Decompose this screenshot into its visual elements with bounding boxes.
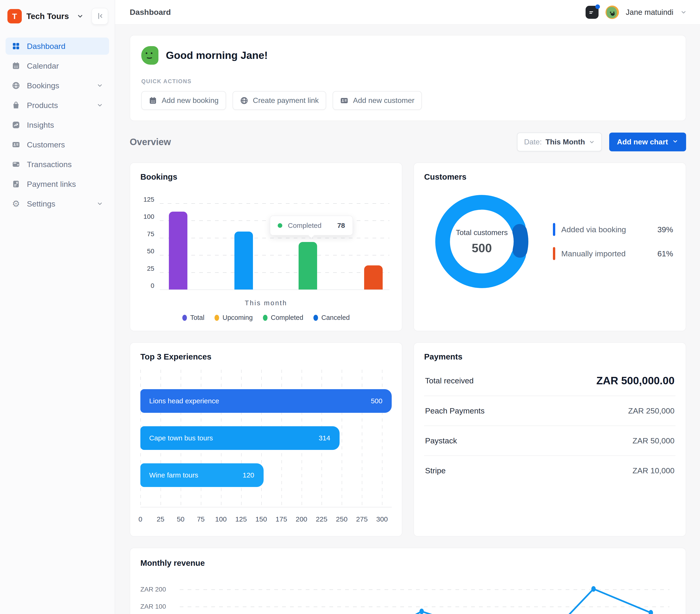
x-axis-tick-label: 200 bbox=[296, 515, 307, 523]
sidebar-nav: DashboardCalendarBookingsProductsInsight… bbox=[5, 38, 109, 212]
wallet-icon bbox=[12, 160, 21, 169]
chevron-down-icon bbox=[589, 139, 595, 145]
notifications-button[interactable] bbox=[586, 6, 599, 19]
y-axis-tick-label: 75 bbox=[140, 230, 154, 238]
idcard-icon bbox=[12, 140, 21, 149]
sidebar-item-label: Products bbox=[27, 101, 58, 110]
sidebar-item-label: Transactions bbox=[27, 160, 72, 169]
chevron-down-icon bbox=[672, 138, 678, 146]
sidebar-collapse-button[interactable] bbox=[91, 8, 108, 25]
bookings-bar-total[interactable] bbox=[169, 212, 187, 290]
payment-label: Paystack bbox=[425, 436, 457, 445]
x-axis-tick-label: 75 bbox=[197, 515, 204, 523]
globe-icon bbox=[240, 96, 248, 105]
overview-title: Overview bbox=[130, 137, 171, 147]
add-new-chart-button[interactable]: Add new chart bbox=[609, 133, 686, 151]
legend-item-completed: Completed bbox=[263, 314, 303, 321]
quick-actions: Add new bookingCreate payment linkAdd ne… bbox=[141, 91, 675, 110]
payment-value: ZAR 500,000.00 bbox=[596, 374, 675, 387]
x-axis-tick-label: 225 bbox=[316, 515, 327, 523]
y-axis-tick-label: ZAR 100 bbox=[140, 603, 173, 610]
create-payment-link-button[interactable]: Create payment link bbox=[233, 91, 326, 110]
x-axis-tick-label: 150 bbox=[255, 515, 267, 523]
quick-action-label: Add new booking bbox=[162, 96, 218, 105]
customers-donut-chart: Total customers 500 bbox=[427, 187, 536, 296]
donut-center-label: Total customers bbox=[456, 228, 508, 237]
sidebar-item-bookings[interactable]: Bookings bbox=[5, 77, 109, 94]
bookings-legend: TotalUpcomingCompletedCanceled bbox=[140, 314, 392, 321]
experience-label: Wine farm tours bbox=[149, 471, 198, 479]
experience-label: Lions head experience bbox=[149, 397, 219, 405]
payment-row-stripe: StripeZAR 10,000 bbox=[424, 456, 675, 486]
sidebar-item-transactions[interactable]: Transactions bbox=[5, 156, 109, 173]
sidebar-item-calendar[interactable]: Calendar bbox=[5, 57, 109, 74]
bookings-bar-completed[interactable] bbox=[299, 242, 317, 290]
date-filter-select[interactable]: Date: This Month bbox=[517, 133, 602, 151]
topbar: Dashboard Jane matuindi bbox=[115, 0, 700, 25]
quick-action-label: Create payment link bbox=[253, 96, 319, 105]
legend-value: 61% bbox=[658, 249, 673, 258]
x-axis-tick-label: 125 bbox=[235, 515, 247, 523]
add-new-chart-label: Add new chart bbox=[617, 138, 668, 146]
sidebar-item-payment-links[interactable]: Payment links bbox=[5, 175, 109, 193]
avatar[interactable] bbox=[605, 5, 619, 19]
customers-legend-added-via-booking: Added via booking39% bbox=[553, 223, 673, 236]
chevron-down-icon bbox=[77, 13, 84, 20]
workspace-switcher[interactable]: T Tech Tours bbox=[5, 6, 109, 26]
chevron-down-icon bbox=[97, 200, 103, 207]
chevron-down-icon bbox=[97, 102, 103, 109]
sidebar-item-insights[interactable]: Insights bbox=[5, 116, 109, 134]
bookings-bar-canceled[interactable] bbox=[364, 266, 383, 290]
x-axis-tick-label: 0 bbox=[138, 515, 142, 523]
x-axis-tick-label: 175 bbox=[276, 515, 287, 523]
experience-bar-wine-farm-tours[interactable]: Wine farm tours120 bbox=[140, 463, 264, 487]
sidebar-item-label: Bookings bbox=[27, 81, 59, 90]
receipt-icon bbox=[12, 180, 21, 188]
payments-card: Payments Total receivedZAR 500,000.00Pea… bbox=[413, 342, 686, 537]
quick-actions-label: QUICK ACTIONS bbox=[141, 78, 675, 85]
insights-icon bbox=[12, 121, 21, 129]
sidebar-item-label: Dashboard bbox=[27, 42, 65, 51]
customers-chart-title: Customers bbox=[424, 172, 675, 182]
add-new-booking-button[interactable]: Add new booking bbox=[141, 91, 226, 110]
payment-label: Stripe bbox=[425, 466, 446, 475]
bookings-chart-card: Bookings 0255075100125Completed78 This m… bbox=[130, 162, 402, 331]
sidebar-item-settings[interactable]: ⚙Settings bbox=[5, 195, 109, 212]
x-axis-tick-label: 300 bbox=[376, 515, 388, 523]
customers-legend: Added via booking39%Manually imported61% bbox=[553, 223, 673, 260]
sidebar-item-dashboard[interactable]: Dashboard bbox=[5, 38, 109, 55]
calendar-icon bbox=[12, 61, 21, 70]
user-menu-chevron-icon[interactable] bbox=[680, 9, 687, 15]
collapse-panel-icon bbox=[96, 12, 104, 21]
dashboard-icon bbox=[12, 42, 21, 50]
experience-bar-cape-town-bus-tours[interactable]: Cape town bus tours314 bbox=[140, 426, 340, 450]
x-axis-tick-label: 25 bbox=[157, 515, 164, 523]
payment-value: ZAR 250,000 bbox=[628, 406, 675, 415]
bookings-bar-chart: 0255075100125Completed78 bbox=[160, 204, 389, 290]
date-filter-value: This Month bbox=[546, 138, 585, 146]
top-experiences-x-axis: 0255075100125150175200225250275300 bbox=[140, 515, 392, 527]
page-title: Dashboard bbox=[130, 8, 171, 17]
gear-icon: ⚙ bbox=[12, 199, 21, 208]
monthly-revenue-card: Monthly revenue ZAR 200ZAR 100ZAR 75.00Z… bbox=[130, 548, 686, 614]
greeting-card: Good morning Jane! QUICK ACTIONS Add new… bbox=[130, 35, 686, 121]
payment-row-peach-payments: Peach PaymentsZAR 250,000 bbox=[424, 396, 675, 426]
legend-item-canceled: Canceled bbox=[313, 314, 350, 321]
customers-legend-manually-imported: Manually imported61% bbox=[553, 247, 673, 260]
payment-label: Total received bbox=[425, 376, 474, 385]
sidebar-item-customers[interactable]: Customers bbox=[5, 136, 109, 153]
experience-bar-lions-head-experience[interactable]: Lions head experience500 bbox=[140, 389, 392, 413]
add-new-customer-button[interactable]: Add new customer bbox=[333, 91, 422, 110]
sidebar-item-products[interactable]: Products bbox=[5, 97, 109, 114]
tooltip-value: 78 bbox=[337, 222, 345, 230]
payment-row-total-received: Total receivedZAR 500,000.00 bbox=[424, 366, 675, 396]
sidebar-item-label: Customers bbox=[27, 140, 65, 149]
y-axis-tick-label: 25 bbox=[140, 265, 154, 272]
y-axis-tick-label: 50 bbox=[140, 247, 154, 255]
x-axis-tick-label: 250 bbox=[336, 515, 348, 523]
legend-item-total: Total bbox=[182, 314, 204, 321]
user-name: Jane matuindi bbox=[626, 8, 673, 17]
bookings-bar-upcoming[interactable] bbox=[234, 232, 253, 290]
globe-icon bbox=[12, 81, 21, 90]
bookings-chart-title: Bookings bbox=[140, 172, 392, 182]
